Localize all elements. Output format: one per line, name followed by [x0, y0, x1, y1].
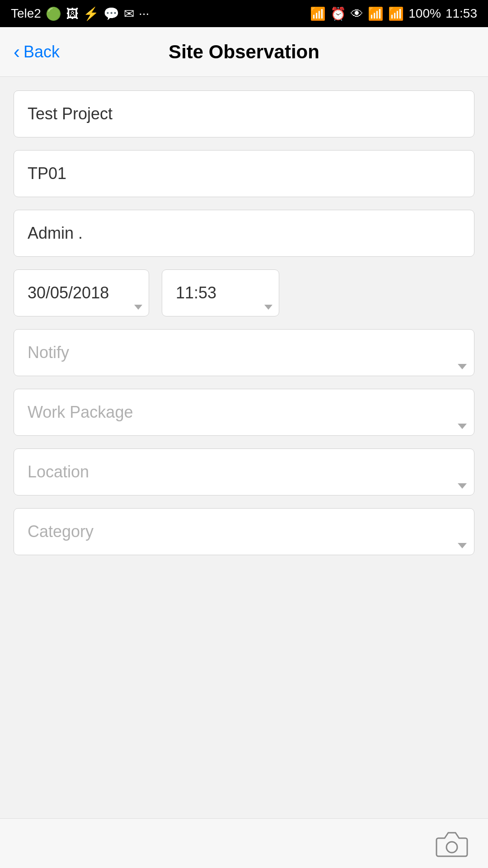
sim-icon: 📶 [310, 6, 326, 21]
alarm-icon: ⏰ [330, 6, 346, 21]
photo-icon: 🖼 [66, 6, 79, 21]
message-icon: 💬 [103, 6, 119, 21]
project-field[interactable]: Test Project [14, 90, 474, 137]
work-package-placeholder: Work Package [28, 403, 133, 421]
camera-icon [436, 829, 468, 858]
notify-placeholder: Notify [28, 343, 69, 362]
page-title: Site Observation [169, 41, 319, 63]
category-field[interactable]: Category [14, 508, 474, 555]
date-value: 30/05/2018 [28, 283, 109, 302]
nav-bar: ‹ Back Site Observation [0, 27, 488, 77]
back-label: Back [23, 42, 60, 61]
bottom-bar [0, 818, 488, 868]
battery-label: 100% [408, 6, 441, 21]
location-field[interactable]: Location [14, 448, 474, 495]
time-label: 11:53 [446, 6, 477, 21]
status-bar-left: Tele2 🟢 🖼 ⚡ 💬 ✉ ··· [11, 6, 149, 21]
datetime-row: 30/05/2018 11:53 [14, 269, 474, 316]
back-button[interactable]: ‹ Back [14, 42, 60, 61]
signal-icon: 📶 [388, 6, 404, 21]
back-chevron-icon: ‹ [14, 42, 20, 61]
bottom-spacer [14, 568, 474, 622]
more-icon: ··· [139, 6, 149, 21]
eye-icon: 👁 [351, 6, 363, 21]
category-placeholder: Category [28, 522, 94, 541]
status-bar-right: 📶 ⏰ 👁 📶 📶 100% 11:53 [310, 6, 477, 21]
work-package-field[interactable]: Work Package [14, 389, 474, 436]
time-field[interactable]: 11:53 [162, 269, 279, 316]
carrier-label: Tele2 [11, 6, 41, 21]
notify-field[interactable]: Notify [14, 329, 474, 376]
project-code-value: TP01 [28, 164, 66, 183]
admin-field[interactable]: Admin . [14, 210, 474, 257]
form-content: Test Project TP01 Admin . 30/05/2018 11:… [0, 77, 488, 636]
mail-icon: ✉ [124, 6, 134, 21]
time-value: 11:53 [176, 283, 216, 302]
location-placeholder: Location [28, 462, 89, 481]
status-bar: Tele2 🟢 🖼 ⚡ 💬 ✉ ··· 📶 ⏰ 👁 📶 📶 100% 11:53 [0, 0, 488, 27]
project-code-field[interactable]: TP01 [14, 150, 474, 197]
project-value: Test Project [28, 104, 113, 123]
wifi-icon: 📶 [368, 6, 384, 21]
camera-button[interactable] [434, 828, 470, 859]
admin-value: Admin . [28, 224, 83, 242]
usb-icon: ⚡ [83, 6, 99, 21]
svg-point-0 [446, 842, 457, 853]
signal-dot-icon: 🟢 [46, 6, 61, 21]
date-field[interactable]: 30/05/2018 [14, 269, 149, 316]
